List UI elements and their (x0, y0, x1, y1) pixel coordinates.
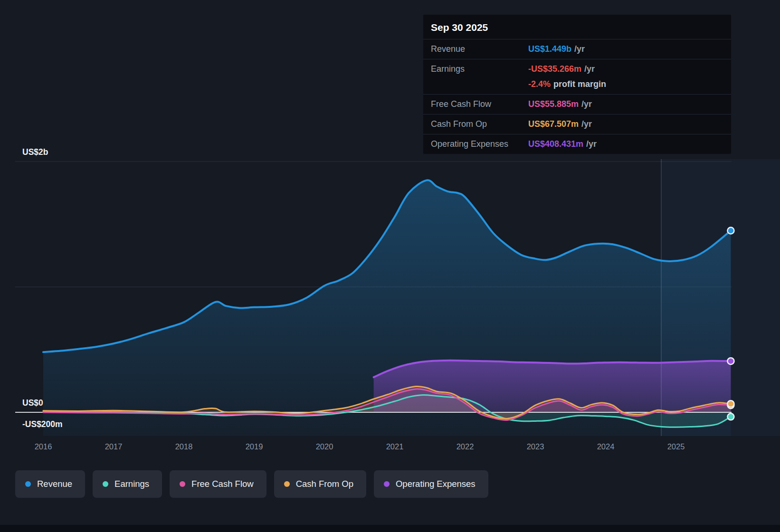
tooltip-value: US$1.449b/yr (528, 43, 585, 55)
y-axis-label: -US$200m (22, 419, 63, 429)
tooltip-label: Revenue (431, 43, 528, 55)
legend-item-free-cash-flow[interactable]: Free Cash Flow (170, 470, 266, 498)
tooltip-row-cash-from-op: Cash From Op US$67.507m/yr (423, 114, 731, 134)
earnings-dot-icon (103, 481, 108, 487)
profit-margin-line: -2.4%profit margin (528, 78, 606, 90)
earnings-endpoint (727, 413, 734, 420)
operating-expenses-area (374, 361, 731, 412)
free-cash-flow-dot-icon (180, 481, 185, 487)
x-axis-label-2021: 2021 (386, 442, 404, 451)
tooltip-value: US$67.507m/yr (528, 118, 592, 130)
legend-label: Operating Expenses (396, 479, 476, 489)
legend-item-revenue[interactable]: Revenue (15, 470, 85, 498)
tooltip-value: US$55.885m/yr (528, 98, 592, 110)
tooltip-label: Operating Expenses (431, 138, 528, 150)
x-axis-label-2020: 2020 (316, 442, 333, 451)
tooltip-row-operating-expenses: Operating Expenses US$408.431m/yr (423, 134, 731, 154)
operating-expenses-dot-icon (384, 481, 390, 487)
operating-expenses-endpoint (727, 358, 734, 364)
legend-label: Free Cash Flow (191, 479, 254, 489)
tooltip-value: -US$35.266m/yr -2.4%profit margin (528, 63, 606, 90)
x-axis-label-2017: 2017 (105, 442, 123, 451)
legend-label: Revenue (37, 479, 72, 489)
legend-label: Cash From Op (296, 479, 353, 489)
cash-from-op-dot-icon (284, 481, 290, 487)
tooltip-value: US$408.431m/yr (528, 138, 597, 150)
x-axis-label-2018: 2018 (175, 442, 193, 451)
legend-label: Earnings (114, 479, 149, 489)
revenue-dot-icon (25, 481, 31, 487)
revenue-endpoint (727, 228, 734, 234)
legend-item-operating-expenses[interactable]: Operating Expenses (374, 470, 488, 498)
chart-legend: Revenue Earnings Free Cash Flow Cash Fro… (15, 470, 488, 498)
tooltip-row-revenue: Revenue US$1.449b/yr (423, 39, 731, 59)
chart-tooltip: Sep 30 2025 Revenue US$1.449b/yr Earning… (423, 14, 732, 154)
earnings-revenue-history-panel: US$2bUS$0-US$200m20162017201820192020202… (0, 0, 780, 532)
x-axis-label-2019: 2019 (246, 442, 263, 451)
x-axis-label-2024: 2024 (597, 442, 615, 451)
x-axis-label-2016: 2016 (35, 442, 52, 451)
bottom-strip (0, 525, 780, 532)
tooltip-label: Earnings (431, 63, 528, 75)
tooltip-label: Free Cash Flow (431, 98, 528, 110)
cash-from-op-endpoint (727, 400, 734, 407)
tooltip-row-earnings: Earnings -US$35.266m/yr -2.4%profit marg… (423, 59, 731, 94)
x-axis-label-2023: 2023 (527, 442, 544, 451)
x-axis-label-2025: 2025 (667, 442, 685, 451)
y-axis-label: US$0 (22, 398, 43, 408)
tooltip-date: Sep 30 2025 (423, 15, 731, 39)
legend-item-earnings[interactable]: Earnings (93, 470, 162, 498)
legend-item-cash-from-op[interactable]: Cash From Op (274, 470, 366, 498)
x-axis-label-2022: 2022 (457, 442, 474, 451)
y-axis-label: US$2b (22, 147, 48, 157)
tooltip-label: Cash From Op (431, 118, 528, 130)
tooltip-row-free-cash-flow: Free Cash Flow US$55.885m/yr (423, 94, 731, 114)
